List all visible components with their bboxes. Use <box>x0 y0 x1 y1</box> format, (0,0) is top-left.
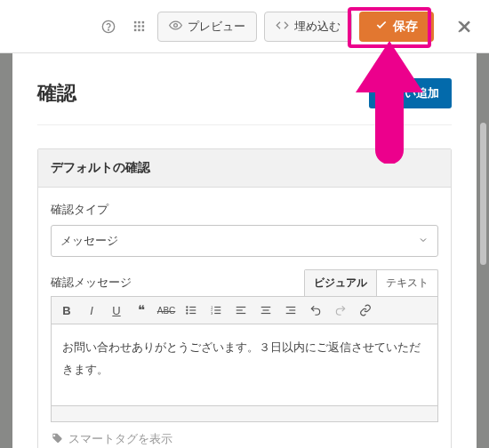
redo-button[interactable] <box>333 302 349 318</box>
svg-rect-5 <box>133 25 136 28</box>
preview-button[interactable]: プレビュー <box>157 12 257 42</box>
panel-title: デフォルトの確認 <box>38 149 451 188</box>
code-icon <box>276 19 289 35</box>
svg-rect-4 <box>141 21 144 24</box>
numbered-list-button[interactable]: 123 <box>208 302 224 318</box>
smart-tags-link[interactable]: スマートタグを表示 <box>51 431 438 447</box>
svg-text:3: 3 <box>211 312 212 316</box>
svg-point-1 <box>108 29 109 30</box>
apps-grid-icon[interactable] <box>127 15 150 38</box>
svg-rect-15 <box>189 309 196 310</box>
align-center-button[interactable] <box>258 302 274 318</box>
svg-rect-30 <box>286 307 296 308</box>
help-icon[interactable] <box>97 15 120 38</box>
svg-rect-8 <box>133 29 136 32</box>
type-label: 確認タイプ <box>51 202 438 218</box>
svg-rect-2 <box>133 21 136 24</box>
embed-button[interactable]: 埋め込む <box>264 12 352 42</box>
select-value: メッセージ <box>60 233 118 249</box>
svg-point-14 <box>186 309 188 311</box>
right-gutter <box>477 53 489 448</box>
svg-point-11 <box>174 23 178 27</box>
svg-rect-20 <box>214 313 220 314</box>
top-toolbar: プレビュー 埋め込む 保存 <box>0 0 489 53</box>
align-left-button[interactable] <box>233 302 249 318</box>
bold-button[interactable]: B <box>59 302 75 318</box>
scrollbar-thumb[interactable] <box>480 123 486 265</box>
svg-rect-9 <box>138 29 140 32</box>
page-title: 確認 <box>37 80 76 107</box>
editor-resize-handle[interactable] <box>51 406 438 422</box>
svg-rect-32 <box>286 313 296 314</box>
svg-rect-31 <box>289 309 295 310</box>
bulleted-list-button[interactable] <box>183 302 199 318</box>
message-text: お問い合わせありがとうございます。３日以内にご返信させていただきます。 <box>62 340 421 376</box>
svg-rect-3 <box>138 21 140 24</box>
svg-point-16 <box>186 312 188 314</box>
svg-rect-18 <box>214 307 220 308</box>
undo-button[interactable] <box>308 302 324 318</box>
svg-rect-24 <box>236 307 246 308</box>
tag-icon <box>51 432 63 447</box>
svg-point-12 <box>186 306 188 308</box>
check-icon <box>375 19 388 34</box>
svg-rect-26 <box>236 313 246 314</box>
left-gutter <box>0 53 12 448</box>
svg-rect-29 <box>261 313 271 314</box>
message-label: 確認メッセージ <box>51 275 132 291</box>
italic-button[interactable]: I <box>84 302 100 318</box>
underline-button[interactable]: U <box>108 302 124 318</box>
close-button[interactable] <box>452 13 478 40</box>
svg-rect-25 <box>236 309 243 310</box>
smart-tags-label: スマートタグを表示 <box>68 431 172 447</box>
link-button[interactable] <box>357 302 373 318</box>
message-editor[interactable]: お問い合わせありがとうございます。３日以内にご返信させていただきます。 <box>51 324 438 406</box>
confirmation-type-select[interactable]: メッセージ <box>51 225 438 257</box>
tab-visual[interactable]: ビジュアル <box>305 270 376 296</box>
editor-tabs: ビジュアル テキスト <box>304 269 438 296</box>
svg-rect-27 <box>261 307 271 308</box>
align-right-button[interactable] <box>283 302 299 318</box>
confirmation-panel: デフォルトの確認 確認タイプ メッセージ 確認メッセージ ビジュアル テキスト … <box>37 148 452 448</box>
content-area: 確認 新しい追加 デフォルトの確認 確認タイプ メッセージ 確認メッセージ ビジ… <box>12 53 477 448</box>
strikethrough-button[interactable]: ABC <box>158 302 174 318</box>
eye-icon <box>169 19 182 35</box>
svg-rect-19 <box>214 309 220 310</box>
embed-label: 埋め込む <box>294 19 341 35</box>
tab-text[interactable]: テキスト <box>376 270 437 296</box>
save-button[interactable]: 保存 <box>359 12 434 42</box>
svg-rect-6 <box>138 25 140 28</box>
svg-rect-17 <box>189 313 196 314</box>
add-new-button[interactable]: 新しい追加 <box>369 78 452 108</box>
editor-toolbar: B I U ❝ ABC 123 <box>51 296 438 324</box>
svg-rect-10 <box>141 29 144 32</box>
svg-rect-28 <box>263 309 269 310</box>
chevron-down-icon <box>418 235 429 248</box>
page-header: 確認 新しい追加 <box>37 69 452 125</box>
panel-body: 確認タイプ メッセージ 確認メッセージ ビジュアル テキスト B I U ❝ A <box>38 188 451 448</box>
svg-rect-7 <box>141 25 144 28</box>
svg-rect-13 <box>189 307 196 308</box>
save-label: 保存 <box>393 19 418 35</box>
blockquote-button[interactable]: ❝ <box>133 302 149 318</box>
preview-label: プレビュー <box>188 19 245 35</box>
